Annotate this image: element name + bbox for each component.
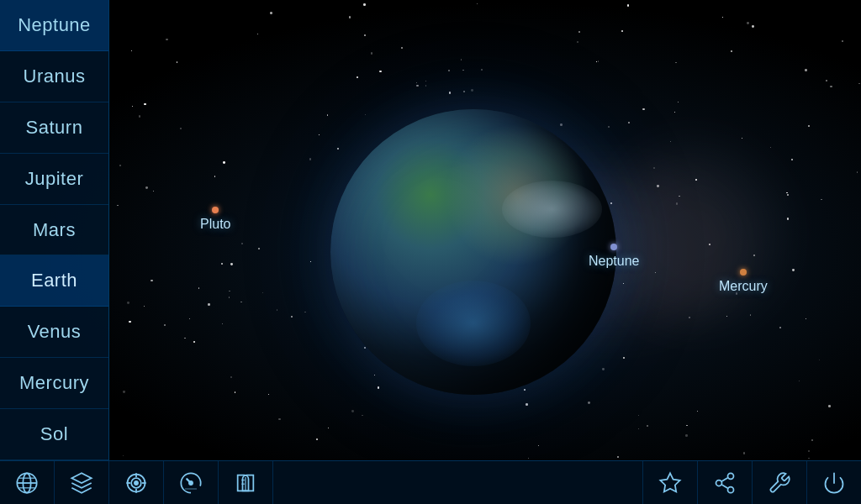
neptune-name: Neptune bbox=[589, 254, 640, 269]
neptune-label[interactable]: Neptune bbox=[589, 244, 640, 269]
globe-icon bbox=[15, 471, 39, 495]
sidebar-item-saturn[interactable]: Saturn bbox=[0, 102, 108, 154]
mercury-name: Mercury bbox=[719, 279, 768, 294]
svg-line-22 bbox=[721, 477, 728, 481]
tools-button[interactable] bbox=[752, 461, 806, 505]
svg-point-19 bbox=[716, 480, 722, 486]
sidebar-item-sol[interactable]: Sol bbox=[0, 409, 108, 460]
svg-marker-17 bbox=[660, 473, 679, 491]
svg-point-12 bbox=[189, 480, 193, 485]
mercury-dot bbox=[740, 269, 747, 276]
mercury-label[interactable]: Mercury bbox=[719, 269, 768, 294]
globe-button[interactable] bbox=[0, 461, 55, 505]
share-icon bbox=[713, 471, 737, 495]
pluto-dot bbox=[212, 207, 219, 213]
svg-point-7 bbox=[135, 480, 139, 485]
svg-point-20 bbox=[728, 486, 734, 492]
book-button[interactable] bbox=[219, 461, 273, 505]
sidebar-item-uranus[interactable]: Uranus bbox=[0, 51, 108, 102]
svg-point-18 bbox=[728, 473, 734, 479]
layers-button[interactable] bbox=[55, 461, 109, 505]
gauge-icon bbox=[179, 471, 203, 495]
target-button[interactable] bbox=[109, 461, 164, 505]
power-button[interactable] bbox=[806, 461, 861, 505]
star-icon bbox=[658, 471, 682, 495]
sidebar-item-mars[interactable]: Mars bbox=[0, 205, 108, 256]
tools-icon bbox=[768, 471, 791, 495]
gauge-button[interactable] bbox=[164, 461, 219, 505]
sidebar-item-venus[interactable]: Venus bbox=[0, 307, 108, 358]
earth-atmosphere bbox=[330, 109, 616, 395]
share-button[interactable] bbox=[697, 461, 752, 505]
layers-icon bbox=[70, 471, 93, 495]
bottom-toolbar bbox=[0, 460, 861, 504]
svg-line-21 bbox=[721, 484, 728, 488]
sidebar: Neptune Uranus Saturn Jupiter Mars Earth… bbox=[0, 0, 109, 460]
sidebar-item-mercury[interactable]: Mercury bbox=[0, 358, 108, 409]
toolbar-left bbox=[0, 461, 273, 505]
pluto-name: Pluto bbox=[200, 217, 230, 232]
target-icon bbox=[124, 471, 148, 495]
book-icon bbox=[234, 471, 257, 495]
sidebar-item-neptune[interactable]: Neptune bbox=[0, 0, 108, 51]
toolbar-right bbox=[642, 461, 861, 505]
sidebar-item-earth[interactable]: Earth bbox=[0, 255, 108, 307]
pluto-label[interactable]: Pluto bbox=[200, 207, 230, 232]
neptune-dot bbox=[610, 244, 617, 250]
favorites-button[interactable] bbox=[642, 461, 697, 505]
earth-planet[interactable] bbox=[330, 109, 616, 395]
sidebar-item-jupiter[interactable]: Jupiter bbox=[0, 154, 108, 205]
power-icon bbox=[822, 471, 846, 495]
